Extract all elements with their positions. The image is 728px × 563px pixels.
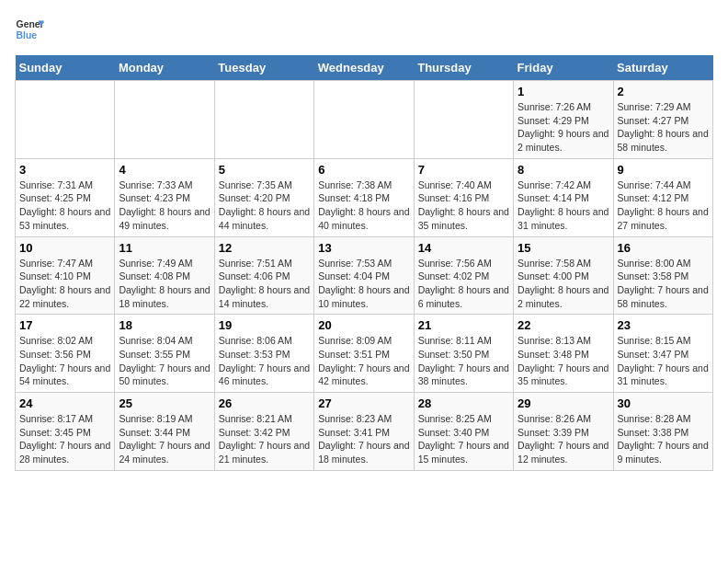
- day-info: Sunrise: 7:53 AMSunset: 4:04 PMDaylight:…: [318, 257, 409, 311]
- calendar-week-1: 3Sunrise: 7:31 AMSunset: 4:25 PMDaylight…: [16, 158, 713, 236]
- day-number: 14: [418, 241, 509, 255]
- calendar-cell: 21Sunrise: 8:11 AMSunset: 3:50 PMDayligh…: [414, 315, 513, 393]
- day-info: Sunrise: 8:21 AMSunset: 3:42 PMDaylight:…: [219, 412, 310, 466]
- calendar-cell: [314, 81, 414, 159]
- calendar-cell: 20Sunrise: 8:09 AMSunset: 3:51 PMDayligh…: [314, 315, 414, 393]
- day-info: Sunrise: 8:17 AMSunset: 3:45 PMDaylight:…: [19, 412, 110, 466]
- day-number: 27: [318, 396, 409, 410]
- day-number: 22: [518, 318, 609, 332]
- calendar-cell: 2Sunrise: 7:29 AMSunset: 4:27 PMDaylight…: [613, 81, 712, 159]
- day-number: 13: [318, 241, 409, 255]
- day-number: 21: [418, 318, 509, 332]
- day-number: 9: [618, 163, 709, 177]
- day-number: 17: [19, 318, 110, 332]
- day-number: 8: [518, 163, 609, 177]
- calendar-cell: 25Sunrise: 8:19 AMSunset: 3:44 PMDayligh…: [115, 393, 214, 471]
- calendar-cell: 3Sunrise: 7:31 AMSunset: 4:25 PMDaylight…: [16, 158, 115, 236]
- calendar-cell: 28Sunrise: 8:25 AMSunset: 3:40 PMDayligh…: [414, 393, 513, 471]
- calendar-cell: 23Sunrise: 8:15 AMSunset: 3:47 PMDayligh…: [613, 315, 712, 393]
- day-info: Sunrise: 7:29 AMSunset: 4:27 PMDaylight:…: [618, 100, 709, 155]
- day-info: Sunrise: 8:06 AMSunset: 3:53 PMDaylight:…: [219, 334, 310, 388]
- header-wednesday: Wednesday: [314, 55, 414, 81]
- day-number: 1: [518, 85, 609, 98]
- day-info: Sunrise: 7:44 AMSunset: 4:12 PMDaylight:…: [618, 178, 709, 233]
- day-info: Sunrise: 8:04 AMSunset: 3:55 PMDaylight:…: [119, 334, 210, 388]
- calendar-cell: 18Sunrise: 8:04 AMSunset: 3:55 PMDayligh…: [115, 315, 214, 393]
- day-number: 10: [19, 241, 110, 255]
- header: General Blue: [15, 15, 713, 44]
- day-info: Sunrise: 8:13 AMSunset: 3:48 PMDaylight:…: [518, 334, 609, 388]
- day-number: 18: [119, 318, 210, 332]
- logo: General Blue: [15, 15, 44, 44]
- day-number: 23: [618, 318, 709, 332]
- calendar-cell: [115, 81, 214, 159]
- calendar-cell: 9Sunrise: 7:44 AMSunset: 4:12 PMDaylight…: [613, 158, 712, 236]
- calendar-cell: 27Sunrise: 8:23 AMSunset: 3:41 PMDayligh…: [314, 393, 414, 471]
- calendar-cell: 29Sunrise: 8:26 AMSunset: 3:39 PMDayligh…: [514, 393, 613, 471]
- day-info: Sunrise: 8:23 AMSunset: 3:41 PMDaylight:…: [318, 412, 409, 466]
- day-info: Sunrise: 8:28 AMSunset: 3:38 PMDaylight:…: [618, 412, 709, 466]
- calendar-week-3: 17Sunrise: 8:02 AMSunset: 3:56 PMDayligh…: [16, 315, 713, 393]
- calendar-cell: [414, 81, 513, 159]
- calendar-cell: 12Sunrise: 7:51 AMSunset: 4:06 PMDayligh…: [214, 236, 313, 315]
- calendar-cell: 11Sunrise: 7:49 AMSunset: 4:08 PMDayligh…: [115, 236, 214, 315]
- day-number: 19: [219, 318, 310, 332]
- header-saturday: Saturday: [613, 55, 712, 81]
- day-number: 6: [318, 163, 409, 177]
- calendar-cell: 22Sunrise: 8:13 AMSunset: 3:48 PMDayligh…: [514, 315, 613, 393]
- day-number: 20: [318, 318, 409, 332]
- header-monday: Monday: [115, 55, 214, 81]
- day-info: Sunrise: 7:49 AMSunset: 4:08 PMDaylight:…: [119, 257, 210, 311]
- calendar-cell: 17Sunrise: 8:02 AMSunset: 3:56 PMDayligh…: [16, 315, 115, 393]
- calendar-cell: 10Sunrise: 7:47 AMSunset: 4:10 PMDayligh…: [16, 236, 115, 315]
- day-info: Sunrise: 8:26 AMSunset: 3:39 PMDaylight:…: [518, 412, 609, 466]
- header-friday: Friday: [514, 55, 613, 81]
- calendar-cell: 16Sunrise: 8:00 AMSunset: 3:58 PMDayligh…: [613, 236, 712, 315]
- day-info: Sunrise: 7:47 AMSunset: 4:10 PMDaylight:…: [19, 257, 110, 311]
- calendar-header-row: SundayMondayTuesdayWednesdayThursdayFrid…: [16, 55, 713, 81]
- day-info: Sunrise: 8:15 AMSunset: 3:47 PMDaylight:…: [618, 334, 709, 388]
- calendar-cell: 5Sunrise: 7:35 AMSunset: 4:20 PMDaylight…: [214, 158, 313, 236]
- day-info: Sunrise: 7:31 AMSunset: 4:25 PMDaylight:…: [19, 178, 110, 233]
- day-info: Sunrise: 8:02 AMSunset: 3:56 PMDaylight:…: [19, 334, 110, 388]
- header-thursday: Thursday: [414, 55, 513, 81]
- calendar-cell: 6Sunrise: 7:38 AMSunset: 4:18 PMDaylight…: [314, 158, 414, 236]
- calendar-table: SundayMondayTuesdayWednesdayThursdayFrid…: [15, 55, 713, 471]
- calendar-cell: 1Sunrise: 7:26 AMSunset: 4:29 PMDaylight…: [514, 81, 613, 159]
- calendar-cell: [214, 81, 313, 159]
- calendar-week-2: 10Sunrise: 7:47 AMSunset: 4:10 PMDayligh…: [16, 236, 713, 315]
- day-info: Sunrise: 8:00 AMSunset: 3:58 PMDaylight:…: [618, 257, 709, 311]
- calendar-cell: 14Sunrise: 7:56 AMSunset: 4:02 PMDayligh…: [414, 236, 513, 315]
- day-number: 12: [219, 241, 310, 255]
- calendar-week-0: 1Sunrise: 7:26 AMSunset: 4:29 PMDaylight…: [16, 81, 713, 159]
- day-number: 25: [119, 396, 210, 410]
- day-info: Sunrise: 7:42 AMSunset: 4:14 PMDaylight:…: [518, 178, 609, 233]
- day-number: 16: [618, 241, 709, 255]
- calendar-cell: 15Sunrise: 7:58 AMSunset: 4:00 PMDayligh…: [514, 236, 613, 315]
- day-number: 11: [119, 241, 210, 255]
- day-number: 4: [119, 163, 210, 177]
- calendar-cell: 4Sunrise: 7:33 AMSunset: 4:23 PMDaylight…: [115, 158, 214, 236]
- day-info: Sunrise: 8:19 AMSunset: 3:44 PMDaylight:…: [119, 412, 210, 466]
- day-number: 30: [618, 396, 709, 410]
- calendar-cell: 26Sunrise: 8:21 AMSunset: 3:42 PMDayligh…: [214, 393, 313, 471]
- day-info: Sunrise: 7:38 AMSunset: 4:18 PMDaylight:…: [318, 178, 409, 233]
- day-info: Sunrise: 8:11 AMSunset: 3:50 PMDaylight:…: [418, 334, 509, 388]
- day-info: Sunrise: 8:09 AMSunset: 3:51 PMDaylight:…: [318, 334, 409, 388]
- day-info: Sunrise: 7:26 AMSunset: 4:29 PMDaylight:…: [518, 100, 609, 155]
- day-info: Sunrise: 7:58 AMSunset: 4:00 PMDaylight:…: [518, 257, 609, 311]
- header-sunday: Sunday: [16, 55, 115, 81]
- day-info: Sunrise: 7:35 AMSunset: 4:20 PMDaylight:…: [219, 178, 310, 233]
- day-number: 2: [618, 85, 709, 98]
- svg-text:Blue: Blue: [17, 30, 38, 40]
- calendar-cell: [16, 81, 115, 159]
- day-number: 3: [19, 163, 110, 177]
- day-number: 7: [418, 163, 509, 177]
- calendar-cell: 13Sunrise: 7:53 AMSunset: 4:04 PMDayligh…: [314, 236, 414, 315]
- day-info: Sunrise: 7:51 AMSunset: 4:06 PMDaylight:…: [219, 257, 310, 311]
- day-number: 26: [219, 396, 310, 410]
- day-number: 24: [19, 396, 110, 410]
- calendar-cell: 7Sunrise: 7:40 AMSunset: 4:16 PMDaylight…: [414, 158, 513, 236]
- day-info: Sunrise: 7:40 AMSunset: 4:16 PMDaylight:…: [418, 178, 509, 233]
- logo-icon: General Blue: [15, 15, 44, 44]
